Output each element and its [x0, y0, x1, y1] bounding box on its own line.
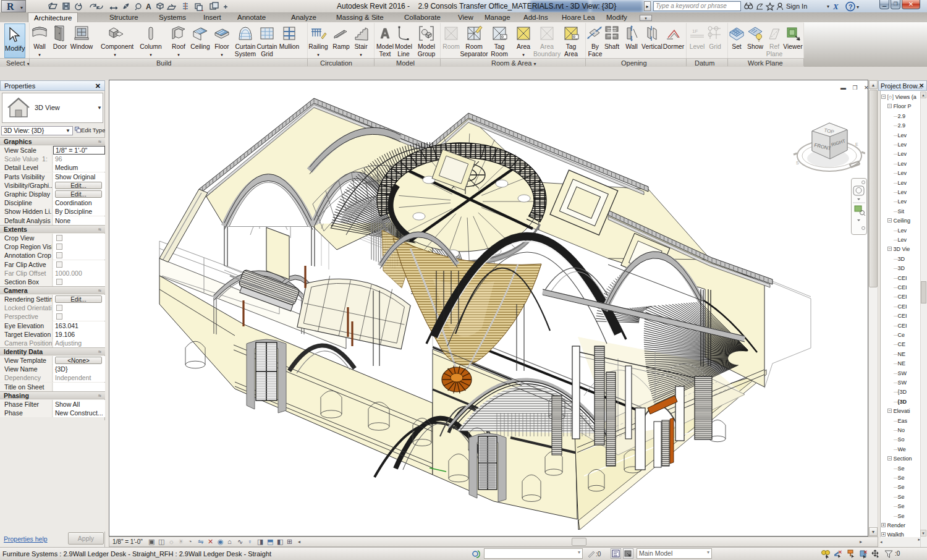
- svg-text:R: R: [7, 1, 14, 12]
- svg-text:E: E: [855, 142, 858, 146]
- svg-text:?: ?: [849, 3, 853, 11]
- svg-text:▾: ▾: [857, 4, 859, 10]
- svg-text:▾: ▾: [20, 5, 23, 11]
- svg-text:1F: 1F: [692, 28, 698, 34]
- svg-text:A: A: [146, 2, 151, 11]
- svg-text:X: X: [833, 2, 839, 11]
- svg-text:S: S: [796, 161, 799, 165]
- svg-text::0: :0: [596, 551, 601, 558]
- svg-text:✕: ✕: [838, 549, 842, 555]
- svg-text:✕: ✕: [863, 549, 868, 555]
